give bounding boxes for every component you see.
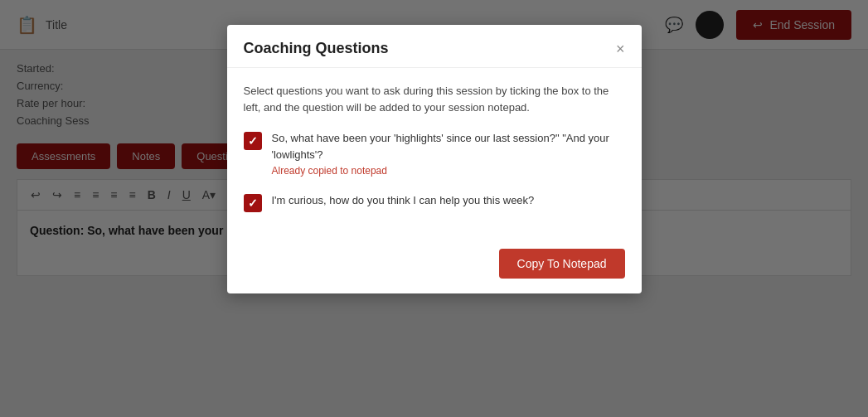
modal-title: Coaching Questions: [244, 40, 389, 57]
question-1-checkbox[interactable]: [244, 132, 262, 150]
modal-header: Coaching Questions ×: [227, 25, 642, 68]
modal-footer: Copy To Notepad: [227, 240, 642, 293]
question-1-text: So, what have been your 'highlights' sin…: [272, 130, 625, 179]
already-copied-label: Already copied to notepad: [272, 165, 387, 177]
modal-body: Select questions you want to ask during …: [227, 68, 642, 240]
modal-close-button[interactable]: ×: [616, 41, 625, 56]
question-2-text: I'm curious, how do you think I can help…: [272, 192, 535, 209]
question-2-checkbox[interactable]: [244, 194, 262, 212]
question-item-2: I'm curious, how do you think I can help…: [244, 192, 625, 212]
coaching-questions-modal: Coaching Questions × Select questions yo…: [227, 25, 642, 293]
modal-description: Select questions you want to ask during …: [244, 83, 625, 115]
copy-to-notepad-button[interactable]: Copy To Notepad: [499, 249, 625, 279]
modal-overlay: Coaching Questions × Select questions yo…: [0, 0, 868, 417]
question-item-1: So, what have been your 'highlights' sin…: [244, 130, 625, 179]
